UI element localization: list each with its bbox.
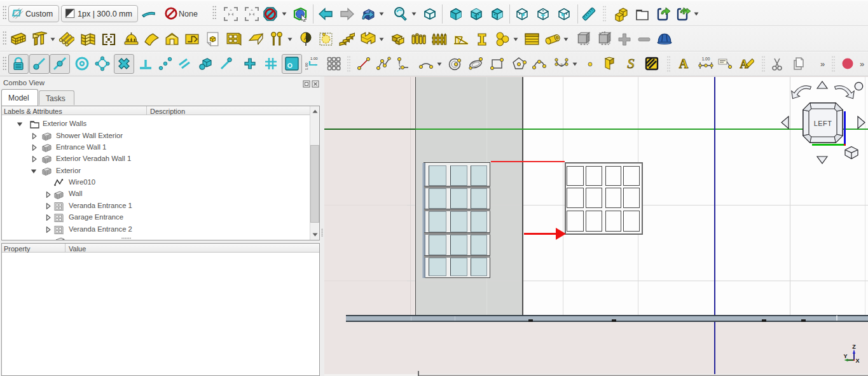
svg-text:»: » xyxy=(860,59,864,69)
svg-text:1.00: 1.00 xyxy=(310,57,318,60)
svg-text:A: A xyxy=(304,35,308,41)
svg-text:Y: Y xyxy=(843,353,847,359)
svg-text:»: » xyxy=(820,59,825,69)
svg-text:A: A xyxy=(679,57,689,71)
svg-text:X: X xyxy=(855,358,859,364)
svg-text:1.00: 1.00 xyxy=(702,57,710,61)
svg-text:Z: Z xyxy=(852,344,856,350)
svg-text:1.00: 1.00 xyxy=(305,62,308,70)
svg-text:3: 3 xyxy=(560,63,563,67)
svg-text:LEFT: LEFT xyxy=(814,120,832,127)
svg-text:S: S xyxy=(628,56,635,71)
